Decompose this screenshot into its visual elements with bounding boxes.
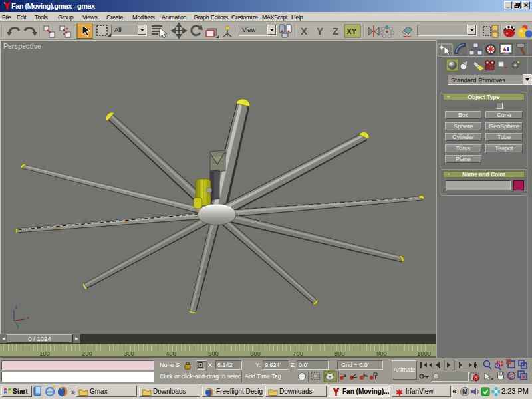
svg-text:X: X	[301, 25, 307, 37]
svg-text:»: »	[71, 388, 75, 396]
svg-text:XY: XY	[347, 27, 357, 35]
svg-text:Z: Z	[332, 25, 338, 37]
svg-text:3: 3	[343, 372, 346, 378]
svg-text:Y: Y	[317, 25, 323, 37]
svg-text:x: x	[27, 315, 29, 321]
svg-text:y: y	[17, 323, 19, 329]
svg-text:M: M	[462, 388, 467, 396]
svg-text:%: %	[363, 372, 368, 378]
svg-text:z: z	[15, 304, 18, 310]
